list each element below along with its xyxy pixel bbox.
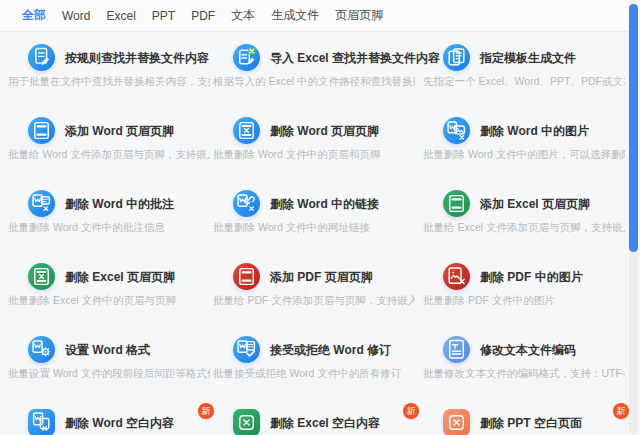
- tab-ppt[interactable]: PPT: [152, 9, 175, 23]
- tool-card[interactable]: 添加 PDF 页眉页脚 批量给 PDF 文件添加页眉与页脚，支持嵌入页码: [213, 256, 415, 329]
- text-encoding-icon: [443, 336, 470, 363]
- tool-description: 根据导入的 Excel 中的文件路径和查找替换规则来: [213, 75, 415, 88]
- tool-title: 删除 PDF 中的图片: [480, 270, 583, 284]
- tab-text[interactable]: 文本: [231, 7, 255, 24]
- scrollbar-thumb[interactable]: [629, 4, 638, 252]
- tool-description: 批量接受或拒绝 Word 文件中的所有修订: [213, 367, 415, 380]
- tool-description: 批量修改文本文件的编码格式，支持：UTF-8、BIG: [423, 367, 625, 380]
- tab-all[interactable]: 全部: [22, 7, 46, 24]
- pdf-image-remove-icon: [443, 263, 470, 290]
- excel-find-replace-icon: [233, 44, 260, 71]
- header-footer-add-icon: [233, 263, 260, 290]
- tool-card[interactable]: 删除 Word 页眉页脚 批量删除 Word 文件中的页眉和页脚: [213, 110, 415, 183]
- tool-card[interactable]: 接受或拒绝 Word 修订 批量接受或拒绝 Word 文件中的所有修订: [213, 329, 415, 402]
- tool-title: 修改文本文件编码: [480, 343, 576, 357]
- tool-description: 批量给 PDF 文件添加页眉与页脚，支持嵌入页码: [213, 294, 415, 307]
- category-tabbar: 全部WordExcelPPTPDF文本生成文件页眉页脚: [0, 0, 640, 32]
- tool-description: 批量删除 Word 文件中的页眉和页脚: [213, 148, 415, 161]
- tool-card[interactable]: 添加 Word 页眉页脚 批量给 Word 文件添加页眉与页脚，支持嵌入页码: [8, 110, 210, 183]
- tab-pdf[interactable]: PDF: [191, 9, 215, 23]
- header-footer-remove-icon: [233, 117, 260, 144]
- word-format-settings-icon: [28, 336, 55, 363]
- tool-card[interactable]: 删除 Word 中的链接 批量删除 Word 文件中的网址链接: [213, 183, 415, 256]
- tool-title: 接受或拒绝 Word 修订: [270, 343, 391, 357]
- tool-description: 批量删除 Word 文件中的批注信息: [8, 221, 210, 234]
- new-badge: 新: [613, 403, 629, 419]
- tool-title: 删除 Excel 页眉页脚: [65, 270, 175, 284]
- header-footer-add-icon: [28, 117, 55, 144]
- tool-title: 删除 Word 中的批注: [65, 197, 174, 211]
- tool-description: 批量删除 Word 文件中的图片，可以选择删除页眉: [423, 148, 625, 161]
- tool-card[interactable]: 删除 Word 中的批注 批量删除 Word 文件中的批注信息: [8, 183, 210, 256]
- tool-description: 批量设置 Word 文件的段前段后间距等格式信息: [8, 367, 210, 380]
- tool-description: 批量删除 PDF 文件中的图片: [423, 294, 625, 307]
- tool-description: 批量给 Excel 文件添加页眉与页脚，支持嵌入页码: [423, 221, 625, 234]
- tool-card[interactable]: 删除 Excel 页眉页脚 批量删除 Excel 文件中的页眉与页脚: [8, 256, 210, 329]
- tool-title: 导入 Excel 查找并替换文件内容: [270, 51, 440, 65]
- tool-card[interactable]: 删除 Word 中的图片 批量删除 Word 文件中的图片，可以选择删除页眉: [423, 110, 625, 183]
- tool-card[interactable]: 按规则查找并替换文件内容 用于批量在文件中查找并替换相关内容，支持 Wor: [8, 37, 210, 110]
- find-replace-icon: [28, 44, 55, 71]
- word-revision-check-icon: [233, 336, 260, 363]
- tool-card[interactable]: 设置 Word 格式 批量设置 Word 文件的段前段后间距等格式信息: [8, 329, 210, 402]
- new-badge: 新: [403, 403, 419, 419]
- tool-title: 删除 PPT 空白页面: [480, 416, 582, 430]
- tool-description: 用于批量在文件中查找并替换相关内容，支持 Wor: [8, 75, 210, 88]
- tab-word[interactable]: Word: [62, 9, 90, 23]
- tool-title: 删除 Word 空白内容: [65, 416, 174, 430]
- tab-excel[interactable]: Excel: [106, 9, 135, 23]
- tab-generate[interactable]: 生成文件: [271, 7, 319, 24]
- new-badge: 新: [198, 403, 214, 419]
- tool-title: 删除 Word 页眉页脚: [270, 124, 379, 138]
- tool-title: 指定模板生成文件: [480, 51, 576, 65]
- tab-header-footer[interactable]: 页眉页脚: [335, 7, 383, 24]
- word-link-remove-icon: [233, 190, 260, 217]
- tool-card[interactable]: 修改文本文件编码 批量修改文本文件的编码格式，支持：UTF-8、BIG: [423, 329, 625, 402]
- tool-description: 先指定一个 Excel、Word、PPT、PDF或文本文件作: [423, 75, 625, 88]
- tool-description: 批量给 Word 文件添加页眉与页脚，支持嵌入页码: [8, 148, 210, 161]
- tool-title: 按规则查找并替换文件内容: [65, 51, 209, 65]
- tool-card[interactable]: 删除 PPT 空白页面 新: [423, 402, 625, 435]
- scrollbar-track[interactable]: [629, 0, 638, 435]
- tool-title: 添加 Excel 页眉页脚: [480, 197, 590, 211]
- tool-card[interactable]: 删除 Excel 空白内容 新: [213, 402, 415, 435]
- tool-description: 批量删除 Word 文件中的网址链接: [213, 221, 415, 234]
- word-blank-remove-icon: [28, 409, 55, 435]
- tool-description: 批量删除 Excel 文件中的页眉与页脚: [8, 294, 210, 307]
- header-footer-remove-icon: [28, 263, 55, 290]
- template-generate-icon: [443, 44, 470, 71]
- tool-card[interactable]: 添加 Excel 页眉页脚 批量给 Excel 文件添加页眉与页脚，支持嵌入页码: [423, 183, 625, 256]
- word-comment-remove-icon: [28, 190, 55, 217]
- tool-title: 添加 PDF 页眉页脚: [270, 270, 373, 284]
- tool-title: 删除 Word 中的图片: [480, 124, 589, 138]
- tool-card[interactable]: 指定模板生成文件 先指定一个 Excel、Word、PPT、PDF或文本文件作: [423, 37, 625, 110]
- tool-card[interactable]: 删除 PDF 中的图片 批量删除 PDF 文件中的图片: [423, 256, 625, 329]
- ppt-blank-remove-icon: [443, 409, 470, 435]
- tool-title: 添加 Word 页眉页脚: [65, 124, 174, 138]
- excel-blank-remove-icon: [233, 409, 260, 435]
- tool-card[interactable]: 删除 Word 空白内容 新: [8, 402, 210, 435]
- tool-title: 删除 Word 中的链接: [270, 197, 379, 211]
- tool-title: 删除 Excel 空白内容: [270, 416, 380, 430]
- tool-title: 设置 Word 格式: [65, 343, 150, 357]
- word-image-remove-icon: [443, 117, 470, 144]
- header-footer-add-icon: [443, 190, 470, 217]
- tools-grid: 按规则查找并替换文件内容 用于批量在文件中查找并替换相关内容，支持 Wor 导入…: [0, 32, 640, 435]
- tool-card[interactable]: 导入 Excel 查找并替换文件内容 根据导入的 Excel 中的文件路径和查找…: [213, 37, 415, 110]
